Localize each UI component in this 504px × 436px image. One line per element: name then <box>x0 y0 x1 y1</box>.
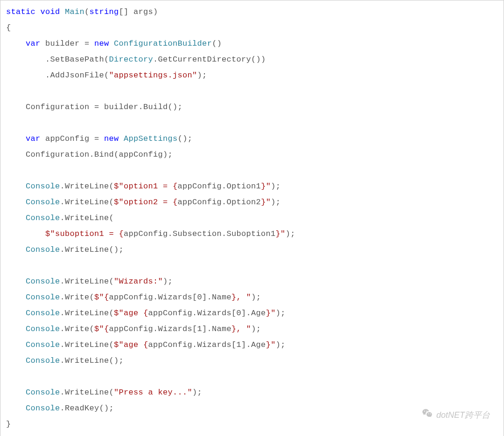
string-interp: $"age { <box>114 309 148 318</box>
call-writeline: .WriteLine( <box>60 198 114 207</box>
indent <box>6 182 26 191</box>
string-interp: $"age { <box>114 340 148 349</box>
method-main: Main <box>65 7 84 16</box>
indent <box>6 39 26 48</box>
semi: ); <box>271 198 280 207</box>
indent <box>6 229 45 238</box>
string-interp: $"suboption1 = { <box>45 229 124 238</box>
semi: ); <box>286 229 295 238</box>
call-readkey: .ReadKey(); <box>60 404 114 413</box>
type-console: Console <box>26 309 60 318</box>
params: [] args) <box>119 7 158 16</box>
indent <box>6 277 26 286</box>
eq: builder = <box>41 39 95 48</box>
type-console: Console <box>26 182 60 191</box>
type-configurationbuilder: ConfigurationBuilder <box>114 39 212 48</box>
keyword-static: static <box>6 7 35 16</box>
keyword-new: new <box>94 39 109 48</box>
indent <box>6 340 26 349</box>
indent <box>6 325 26 333</box>
call-writeline-empty: .WriteLine(); <box>60 245 124 254</box>
watermark: dotNET跨平台 <box>421 408 490 422</box>
indent <box>6 214 26 222</box>
watermark-text: dotNET跨平台 <box>436 409 490 421</box>
type-console: Console <box>26 214 60 222</box>
string-close: }" <box>276 229 286 238</box>
code-block: static void Main(string[] args) { var bu… <box>0 0 504 436</box>
string-interp: $"option2 = { <box>114 198 178 207</box>
keyword-void: void <box>41 7 60 16</box>
semi: ); <box>251 293 261 302</box>
string-close: }" <box>266 340 276 349</box>
indent <box>6 198 26 207</box>
interp-expr: appConfig.Subsection.Suboption1 <box>124 229 276 238</box>
eq: appConfig = <box>41 134 105 143</box>
parens: () <box>212 39 222 48</box>
string-press-key: "Press a key..." <box>114 388 192 397</box>
paren: ( <box>84 7 90 16</box>
indent <box>6 356 26 365</box>
semi: ); <box>271 182 280 191</box>
call-writeline: .WriteLine( <box>60 388 114 397</box>
string-close: }, " <box>231 293 251 302</box>
semi: ); <box>251 325 261 333</box>
indent <box>6 388 26 397</box>
brace-open: { <box>6 23 11 32</box>
type-console: Console <box>26 388 60 397</box>
type-console: Console <box>26 340 60 349</box>
call-writeline: .WriteLine( <box>60 340 114 349</box>
string-interp: $"option1 = { <box>114 182 178 191</box>
type-console: Console <box>26 198 60 207</box>
parens: (); <box>178 134 193 143</box>
call-write: .Write( <box>60 325 95 333</box>
call-writeline: .WriteLine( <box>60 309 114 318</box>
string-appsettings: "appsettings.json" <box>109 71 197 80</box>
semi: ); <box>192 388 202 397</box>
string-close: }, " <box>231 325 251 333</box>
interp-expr: appConfig.Wizards[0].Name <box>109 293 232 302</box>
call-writeline-empty: .WriteLine(); <box>60 356 124 365</box>
semi: ); <box>276 309 286 318</box>
call-writeline: .WriteLine( <box>60 214 114 222</box>
wechat-icon <box>421 408 434 422</box>
call-setbasepath: .SetBasePath( <box>6 55 109 64</box>
type-console: Console <box>26 245 60 254</box>
sp <box>119 134 124 143</box>
semi: ); <box>276 340 286 349</box>
interp-expr: appConfig.Wizards[0].Age <box>148 309 266 318</box>
call-addjsonfile: .AddJsonFile( <box>6 71 109 80</box>
keyword-var: var <box>26 39 41 48</box>
type-console: Console <box>26 356 60 365</box>
indent <box>6 293 26 302</box>
type-directory: Directory <box>109 55 154 64</box>
string-interp: $"{ <box>94 293 109 302</box>
line-config-build: Configuration = builder.Build(); <box>6 103 182 111</box>
call-writeline: .WriteLine( <box>60 182 114 191</box>
indent <box>6 309 26 318</box>
interp-expr: appConfig.Wizards[1].Age <box>148 340 266 349</box>
interp-expr: appConfig.Wizards[1].Name <box>109 325 232 333</box>
semi: ); <box>197 71 207 80</box>
indent <box>6 245 26 254</box>
sp <box>109 39 114 48</box>
indent <box>6 404 26 413</box>
keyword-new: new <box>104 134 119 143</box>
string-interp: $"{ <box>94 325 109 333</box>
string-close: }" <box>261 182 271 191</box>
string-close: }" <box>261 198 271 207</box>
keyword-string: string <box>90 7 119 16</box>
keyword-var: var <box>26 134 41 143</box>
brace-close: } <box>6 420 11 429</box>
type-console: Console <box>26 277 60 286</box>
string-wizards: "Wizards:" <box>114 277 163 286</box>
type-appsettings: AppSettings <box>124 134 178 143</box>
line-config-bind: Configuration.Bind(appConfig); <box>6 150 173 159</box>
semi: ); <box>163 277 173 286</box>
interp-expr: appConfig.Option2 <box>178 198 261 207</box>
call-getcurrentdirectory: .GetCurrentDirectory()) <box>153 55 266 64</box>
string-close: }" <box>266 309 276 318</box>
call-writeline: .WriteLine( <box>60 277 114 286</box>
type-console: Console <box>26 325 60 333</box>
indent <box>6 134 26 143</box>
call-write: .Write( <box>60 293 95 302</box>
